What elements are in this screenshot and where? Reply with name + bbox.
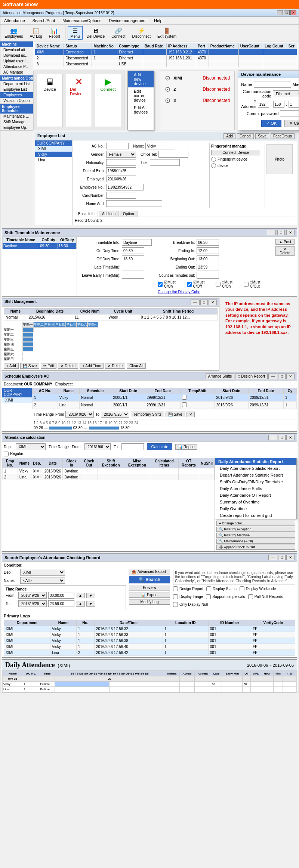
menu-attendance[interactable]: Attendance <box>2 18 27 24</box>
table-row[interactable]: 1 Vicky Normal 2000/1/1 2999/12/31 2016/… <box>33 394 297 402</box>
cb-regular[interactable] <box>4 452 9 456</box>
sac-max[interactable]: □ <box>278 373 286 379</box>
timetable-min[interactable]: — <box>267 230 276 235</box>
emp-cancel-btn[interactable]: Cancel <box>237 133 254 139</box>
btn-append-clock[interactable]: ➕ Append Clock In/Out <box>216 545 295 550</box>
search-btn[interactable]: 🔍 Search <box>129 576 170 583</box>
employee-list-lina[interactable]: Lina <box>35 157 72 163</box>
cb-display-image[interactable] <box>173 594 178 599</box>
table-row[interactable]: XIMI Vicky 1 2016/9/26 17:56:32 1 001 FP <box>4 626 295 632</box>
report-item-daily-statistic[interactable]: Daily Attendance Statistic Report <box>215 465 296 472</box>
input-employed[interactable] <box>106 176 136 182</box>
toolbar-ac-log[interactable]: 📋 AC Log <box>27 26 44 40</box>
input-late[interactable] <box>122 264 144 270</box>
btn-from-down[interactable]: ▼ <box>86 593 95 598</box>
radio-device[interactable] <box>211 163 216 168</box>
input-home-add[interactable] <box>106 200 162 207</box>
search-close-btn[interactable]: ✕ <box>286 555 295 560</box>
input-on-duty[interactable] <box>122 247 144 254</box>
preview-btn[interactable]: Preview <box>129 585 170 590</box>
select-from2[interactable]: 2016/ 9/6 <box>84 443 111 450</box>
input-dob[interactable] <box>106 167 136 174</box>
sidebar-download-att[interactable]: Download attendance logs <box>0 47 33 53</box>
report-item-summary-ot[interactable]: Summary of Overtime <box>215 499 296 505</box>
input-count-out[interactable] <box>197 272 219 279</box>
table-row[interactable]: XIMI Vicky 1 2016/9/26 17:56:33 1 001 FP <box>4 632 295 638</box>
sac-min[interactable]: — <box>268 373 277 379</box>
sac-dept-ourcompany[interactable]: OUR COMPANY <box>2 388 32 397</box>
cb-pull-null[interactable] <box>248 594 253 599</box>
cb-must-check-on2[interactable] <box>216 282 221 287</box>
select-search-name[interactable]: <All> <box>20 577 65 584</box>
maximize-button[interactable]: □ <box>284 10 290 15</box>
att-calc-max[interactable]: □ <box>278 435 286 440</box>
toolbar-connect[interactable]: 🔗 Connect <box>109 26 128 40</box>
table-row[interactable]: 3 Disconnected USB <box>35 61 297 67</box>
shift-edit-btn[interactable]: ✏ Edit <box>41 363 56 369</box>
tab-option[interactable]: Option <box>120 211 137 217</box>
sac-dept-ximi[interactable]: XIMI <box>2 397 32 403</box>
tab-addition[interactable]: Addition <box>99 211 119 217</box>
input-nationality[interactable] <box>106 159 136 166</box>
table-row[interactable]: Daytime 09:30 18:30 <box>3 243 77 249</box>
sidebar-employees[interactable]: Employees <box>0 92 33 98</box>
sidebar-upload-user[interactable]: Upload user info and FTP <box>0 58 33 64</box>
sidebar-emp-options[interactable]: Employee Options <box>0 125 33 130</box>
input-off-duty[interactable] <box>122 255 144 262</box>
select-comm-code[interactable]: Ethernet USB <box>273 90 299 97</box>
emp-add-btn[interactable]: Add <box>224 133 235 139</box>
del-device-button[interactable]: ✕ Del Device <box>66 74 92 127</box>
btn-ok[interactable]: ✓ OK <box>261 120 281 127</box>
btn-cancel[interactable]: ✕ Cancel <box>284 120 299 127</box>
cb-only-null[interactable] <box>173 602 178 607</box>
cb-display-status[interactable] <box>206 586 211 591</box>
input-ip1[interactable] <box>258 101 269 108</box>
shift-save-btn[interactable]: 💾 Save <box>20 363 40 369</box>
input-leave-early[interactable] <box>122 272 144 279</box>
sac-save-btn[interactable]: 💾 Save <box>166 412 185 417</box>
shift-min-btn[interactable]: — <box>191 300 200 305</box>
select-to-date[interactable]: 2016/ 9/26 <box>101 411 129 418</box>
btn-maintenance-fill[interactable]: 🔧 Maintenance (& fill) <box>216 539 295 544</box>
ctx-edit-device[interactable]: Edit current device <box>128 87 154 104</box>
shift-delete-btn[interactable]: ✕ Delete <box>58 363 78 369</box>
advanced-export-btn[interactable]: 📤 Advanced Export <box>129 569 170 574</box>
sac-close2-btn[interactable]: ✕ <box>187 412 195 417</box>
menu-device-mgmt[interactable]: Device management <box>107 18 149 24</box>
sac-design-report[interactable]: □ Design Report <box>235 373 268 379</box>
cb-must-check-on[interactable] <box>158 282 163 287</box>
sidebar-download-user[interactable]: Download user info and Fp <box>0 53 33 58</box>
menu-search-print[interactable]: Search/Print <box>30 18 58 24</box>
employee-list-ximi[interactable]: XIMI <box>35 146 72 152</box>
toolbar-report[interactable]: 📊 Report <box>46 26 63 40</box>
timetable-close[interactable]: ✕ <box>286 230 295 235</box>
btn-filter-exception[interactable]: 🔍 Filter by exception... <box>216 527 295 532</box>
minimize-button[interactable]: — <box>277 10 283 15</box>
sidebar-dept-list[interactable]: Department List <box>0 81 33 87</box>
temp-shifts-btn[interactable]: Temporary Shifts <box>131 412 164 417</box>
search-max-btn[interactable]: □ <box>278 555 286 560</box>
input-ac-no[interactable] <box>106 143 129 149</box>
table-row[interactable]: XIMI Lina 2 2016/9/26 17:56:42 1 001 FP <box>4 650 295 656</box>
btn-to-down[interactable]: ▼ <box>86 601 95 607</box>
ctx-add-device[interactable]: Add new device <box>128 71 154 87</box>
device-button[interactable]: 🖥 Device <box>37 74 63 127</box>
shift-add-time-btn[interactable]: + Add Time <box>80 363 104 369</box>
menu-help[interactable]: Help <box>152 18 165 24</box>
cb-must-check-off2[interactable] <box>244 282 249 287</box>
btn-to-up[interactable]: ▲ <box>76 601 85 607</box>
input-name-field[interactable] <box>145 143 175 149</box>
cb-must-check-off[interactable] <box>187 282 192 287</box>
toolbar-disconnect[interactable]: ⚡ Disconnect <box>129 26 153 40</box>
toolbar-employees[interactable]: 👥 Employees <box>2 26 25 40</box>
select-dep[interactable]: XIMI <box>16 443 46 450</box>
table-row[interactable]: 2 Lina XIMI 2016/9/26 Daytime <box>3 474 215 480</box>
employee-list-vicky[interactable]: Vicky <box>35 152 72 157</box>
close-button[interactable]: ✕ <box>290 10 296 15</box>
table-row[interactable]: 1 Vicky XIMI 2016/9/26 Daytime <box>3 468 215 474</box>
toolbar-exit[interactable]: 🚪 Exit system <box>155 26 179 40</box>
sidebar-shift-mgmt[interactable]: Shift Management <box>0 119 33 125</box>
input-emp-no[interactable] <box>106 184 144 190</box>
timetable-max[interactable]: □ <box>277 230 285 235</box>
cb-support-calc[interactable] <box>206 594 211 599</box>
